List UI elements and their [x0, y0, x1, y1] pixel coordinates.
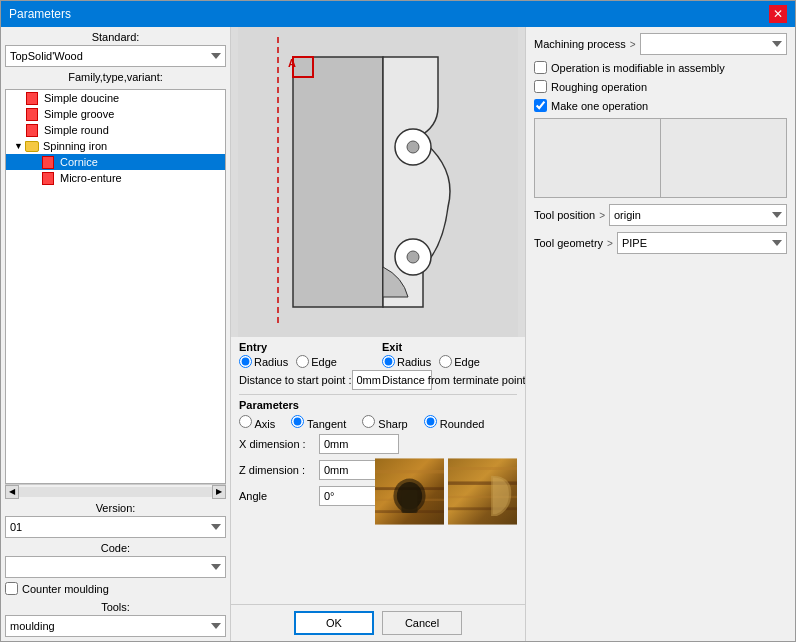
code-dropdown[interactable]	[5, 556, 226, 578]
params-options: Axis Tangent Sharp Rounded	[239, 415, 517, 430]
sharp-label[interactable]: Sharp	[362, 415, 407, 430]
exit-edge-radio[interactable]	[439, 355, 452, 368]
exit-distance-row: Distance from terminate point :	[382, 370, 517, 390]
exit-title: Exit	[382, 341, 517, 353]
images-container	[375, 434, 517, 549]
rounded-radio[interactable]	[424, 415, 437, 428]
tree-container: Simple doucine Simple groove Simple roun…	[5, 89, 226, 484]
operation-modifiable-checkbox[interactable]	[534, 61, 547, 74]
axis-label[interactable]: Axis	[239, 415, 275, 430]
make-one-operation-row: Make one operation	[534, 99, 787, 112]
title-bar: Parameters ✕	[1, 1, 795, 27]
x-dim-row: X dimension :	[239, 434, 369, 454]
entry-radius-label[interactable]: Radius	[239, 355, 288, 368]
right-wood-image	[448, 434, 517, 549]
cad-view: A	[231, 27, 525, 337]
svg-rect-16	[401, 490, 417, 513]
left-params: X dimension : Z dimension : Angle	[239, 434, 369, 549]
bottom-buttons: OK Cancel	[231, 604, 525, 641]
content-area: Standard: TopSolid'Wood Family,type,vari…	[1, 27, 795, 641]
angle-label: Angle	[239, 490, 319, 502]
roughing-operation-row: Roughing operation	[534, 80, 787, 93]
file-icon	[42, 172, 54, 185]
right-panel: Machining process > Operation is modifia…	[525, 27, 795, 641]
folder-icon	[25, 141, 39, 152]
tree-item-simple-groove[interactable]: Simple groove	[6, 106, 225, 122]
svg-rect-10	[375, 470, 444, 473]
tool-position-dropdown[interactable]: origin center left right	[609, 204, 787, 226]
machining-process-arrow: >	[630, 39, 636, 50]
code-section: Code:	[5, 542, 226, 578]
params-section: Parameters Axis Tangent Sharp	[239, 394, 517, 549]
scroll-right-btn[interactable]: ▶	[212, 485, 226, 499]
make-one-operation-label[interactable]: Make one operation	[551, 100, 648, 112]
tree-item-label: Simple groove	[44, 108, 114, 120]
rounded-label[interactable]: Rounded	[424, 415, 485, 430]
left-wood-image	[375, 434, 444, 549]
tool-geometry-arrow: >	[607, 238, 613, 249]
tool-position-arrow: >	[599, 210, 605, 221]
exit-group: Exit Radius Edge Dist	[382, 341, 517, 390]
version-dropdown[interactable]: 01	[5, 516, 226, 538]
machining-process-dropdown[interactable]	[640, 33, 787, 55]
scroll-left-btn[interactable]: ◀	[5, 485, 19, 499]
roughing-operation-checkbox[interactable]	[534, 80, 547, 93]
tool-position-row: Tool position > origin center left right	[534, 204, 787, 226]
machining-process-row: Machining process >	[534, 33, 787, 55]
tree-item-spinning-iron[interactable]: ▼ Spinning iron	[6, 138, 225, 154]
h-scroll-bar: ◀ ▶	[5, 484, 226, 498]
tool-geometry-label: Tool geometry	[534, 237, 603, 249]
exit-radius-label[interactable]: Radius	[382, 355, 431, 368]
entry-radius-radio[interactable]	[239, 355, 252, 368]
operation-modifiable-row: Operation is modifiable in assembly	[534, 61, 787, 74]
tree-item-cornice[interactable]: Cornice	[6, 154, 225, 170]
tools-dropdown[interactable]: moulding	[5, 615, 226, 637]
counter-moulding-checkbox[interactable]	[5, 582, 18, 595]
standard-dropdown[interactable]: TopSolid'Wood	[5, 45, 226, 67]
preview-right	[661, 119, 786, 197]
tool-geometry-row: Tool geometry > PIPE CONE FLAT	[534, 232, 787, 254]
bottom-params: Entry Radius Edge Dis	[231, 337, 525, 604]
tree-item-label: Micro-enture	[60, 172, 122, 184]
tool-position-label: Tool position	[534, 209, 595, 221]
ok-button[interactable]: OK	[294, 611, 374, 635]
tools-label: Tools:	[5, 601, 226, 613]
tree-item-micro-enture[interactable]: Micro-enture	[6, 170, 225, 186]
dialog-title: Parameters	[9, 7, 71, 21]
exit-edge-label[interactable]: Edge	[439, 355, 480, 368]
sharp-radio[interactable]	[362, 415, 375, 428]
counter-moulding-label[interactable]: Counter moulding	[22, 583, 109, 595]
entry-edge-radio[interactable]	[296, 355, 309, 368]
version-label: Version:	[5, 502, 226, 514]
file-icon	[26, 108, 38, 121]
entry-group: Entry Radius Edge Dis	[239, 341, 374, 390]
left-panel: Standard: TopSolid'Wood Family,type,vari…	[1, 27, 231, 641]
close-button[interactable]: ✕	[769, 5, 787, 23]
axis-radio[interactable]	[239, 415, 252, 428]
params-section-title: Parameters	[239, 399, 517, 411]
make-one-operation-checkbox[interactable]	[534, 99, 547, 112]
file-icon	[26, 124, 38, 137]
roughing-operation-label[interactable]: Roughing operation	[551, 81, 647, 93]
entry-distance-row: Distance to start point :	[239, 370, 374, 390]
version-section: Version: 01	[5, 502, 226, 538]
counter-moulding-row: Counter moulding	[5, 582, 226, 595]
exit-radio-row: Radius Edge	[382, 355, 517, 368]
exit-radius-radio[interactable]	[382, 355, 395, 368]
tangent-label[interactable]: Tangent	[291, 415, 346, 430]
cancel-button[interactable]: Cancel	[382, 611, 462, 635]
tangent-radio[interactable]	[291, 415, 304, 428]
svg-point-4	[407, 141, 419, 153]
entry-edge-label[interactable]: Edge	[296, 355, 337, 368]
tree-item-label: Simple round	[44, 124, 109, 136]
entry-exit-row: Entry Radius Edge Dis	[239, 341, 517, 390]
tool-geometry-dropdown[interactable]: PIPE CONE FLAT	[617, 232, 787, 254]
tree-item-simple-doucine[interactable]: Simple doucine	[6, 90, 225, 106]
entry-radio-row: Radius Edge	[239, 355, 374, 368]
svg-text:A: A	[288, 57, 296, 69]
operation-modifiable-label[interactable]: Operation is modifiable in assembly	[551, 62, 725, 74]
z-dim-label: Z dimension :	[239, 464, 319, 476]
angle-row: Angle	[239, 486, 369, 506]
z-dim-row: Z dimension :	[239, 460, 369, 480]
tree-item-simple-round[interactable]: Simple round	[6, 122, 225, 138]
